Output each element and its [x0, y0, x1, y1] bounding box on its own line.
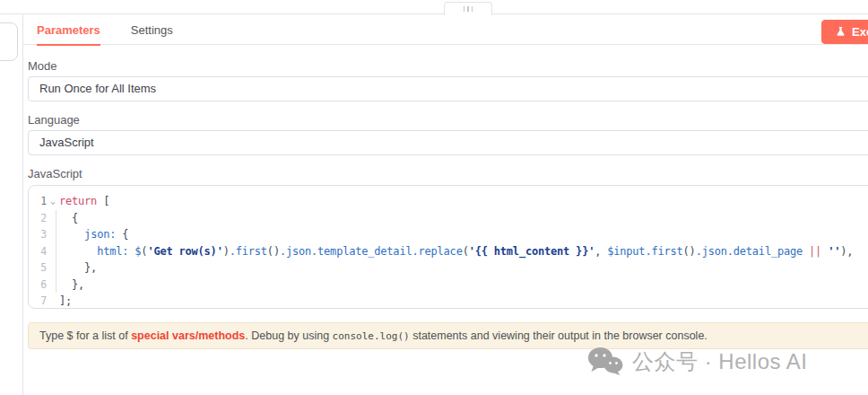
hint-text: . Debug by using	[245, 329, 332, 342]
wechat-icon	[587, 347, 623, 376]
code-text: json: {	[59, 228, 868, 241]
hint-code-snippet: console.log()	[333, 330, 410, 342]
tab-parameters[interactable]: Parameters	[37, 14, 100, 45]
special-vars-link[interactable]: special vars/methods	[131, 329, 245, 342]
code-line[interactable]: 5 },	[29, 259, 868, 276]
code-line[interactable]: 4 html: $('Get row(s)').first().json.tem…	[29, 243, 868, 260]
line-number: 3	[29, 228, 47, 241]
drag-handle-icon	[464, 6, 465, 12]
top-strip	[0, 0, 868, 14]
mode-select[interactable]: Run Once for All Items	[28, 76, 868, 101]
mode-label: Mode	[28, 59, 57, 73]
code-text: return [	[59, 195, 868, 207]
line-number: 4	[29, 245, 47, 258]
code-line[interactable]: 1⌄return [	[29, 193, 868, 210]
watermark: 公众号 · Hellos AI	[587, 347, 808, 376]
execute-button-label: Execute step	[852, 25, 868, 39]
language-select-value: JavaScript	[39, 136, 94, 149]
panel-drag-handle[interactable]	[444, 2, 492, 15]
line-number: 6	[29, 278, 47, 291]
mode-select-value: Run Once for All Items	[39, 82, 156, 95]
code-text: },	[59, 278, 868, 291]
line-number: 1	[29, 195, 47, 207]
editor-hint-callout: Type $ for a list of special vars/method…	[28, 322, 868, 349]
code-line[interactable]: 2 {	[29, 210, 868, 227]
code-editor[interactable]: 1⌄return [2 {3 json: {4 html: $('Get row…	[28, 185, 868, 309]
code-text: ];	[59, 294, 868, 307]
drag-handle-icon	[467, 6, 469, 12]
execute-step-button[interactable]: Execute step	[821, 20, 868, 44]
language-select[interactable]: JavaScript	[28, 130, 868, 155]
line-number: 7	[29, 294, 47, 307]
hint-text: Type $ for a list of	[39, 329, 131, 342]
watermark-text: 公众号 · Hellos AI	[632, 347, 808, 376]
code-text: html: $('Get row(s)').first().json.templ…	[59, 245, 868, 258]
code-line[interactable]: 6 },	[29, 276, 868, 294]
panel-header: Parameters Settings Execute step	[23, 14, 868, 45]
code-text: },	[59, 261, 868, 274]
fold-chevron-icon[interactable]: ⌄	[47, 197, 59, 206]
line-number: 5	[29, 261, 47, 274]
code-lines: 1⌄return [2 {3 json: {4 html: $('Get row…	[29, 193, 868, 309]
code-line[interactable]: 7];	[29, 293, 868, 309]
indent-guide	[56, 210, 56, 294]
code-line[interactable]: 3 json: {	[29, 226, 868, 243]
code-field-label: JavaScript	[28, 167, 82, 180]
line-number: 2	[29, 212, 47, 224]
code-text: {	[59, 212, 868, 224]
language-label: Language	[28, 113, 80, 127]
hint-text: statements and viewing their output in t…	[410, 329, 707, 342]
drag-handle-icon	[472, 6, 473, 12]
tab-settings[interactable]: Settings	[131, 14, 173, 45]
tab-bar: Parameters Settings	[37, 14, 173, 45]
input-panel-edge	[0, 22, 18, 61]
node-parameters-panel: Parameters Settings Execute step Mode Ru…	[22, 14, 868, 395]
flask-icon	[835, 26, 846, 38]
